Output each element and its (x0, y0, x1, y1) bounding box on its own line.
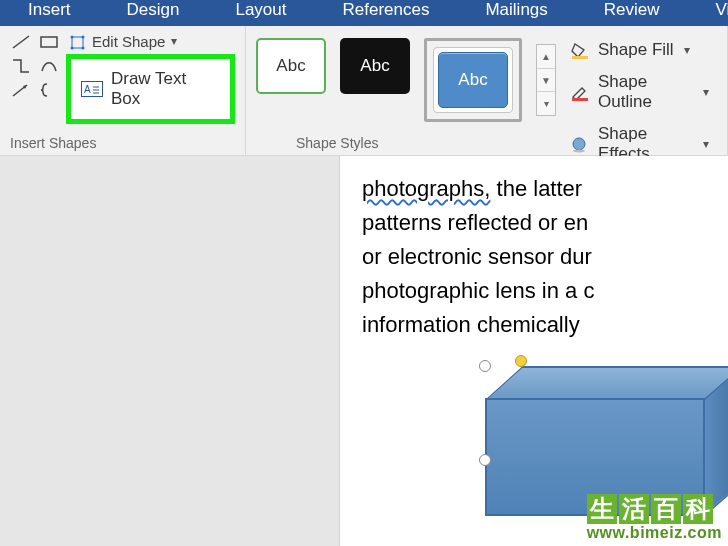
gallery-scroll-up-icon[interactable]: ▲ (537, 45, 555, 69)
tab-review[interactable]: Review (596, 0, 668, 22)
shape-line-icon[interactable] (10, 32, 32, 52)
gallery-scroll-down-icon[interactable]: ▼ (537, 69, 555, 93)
edit-shape-icon (70, 32, 88, 50)
tab-insert[interactable]: Insert (20, 0, 79, 22)
chevron-down-icon: ▾ (703, 137, 709, 151)
svg-point-7 (71, 47, 74, 50)
ribbon: Edit Shape ▾ A Draw Text Box Insert Shap… (0, 26, 728, 156)
shape-line-arrow-icon[interactable] (10, 80, 32, 100)
shape-fill-label: Shape Fill (598, 40, 674, 60)
draw-text-box-label: Draw Text Box (111, 69, 220, 109)
chevron-down-icon: ▾ (703, 85, 709, 99)
svg-point-8 (82, 47, 85, 50)
cube-top-face (485, 366, 728, 400)
shape-outline-button[interactable]: Shape Outline ▾ (570, 72, 709, 112)
shape-fill-button[interactable]: Shape Fill ▾ (570, 40, 709, 60)
tab-design[interactable]: Design (119, 0, 188, 22)
style-swatch-dark[interactable]: Abc (340, 38, 410, 94)
shape-outline-label: Shape Outline (598, 72, 693, 112)
chevron-down-icon: ▾ (171, 34, 177, 48)
shape-fill-icon (570, 41, 590, 59)
group-insert-shapes: Edit Shape ▾ A Draw Text Box Insert Shap… (0, 26, 246, 155)
watermark-char: 活 (619, 494, 649, 524)
page-gutter (0, 156, 340, 546)
watermark-char: 科 (683, 494, 713, 524)
svg-rect-14 (572, 98, 588, 101)
text-box-icon: A (81, 81, 103, 97)
document-page[interactable]: photographs, the latter patterns reflect… (340, 156, 728, 546)
edit-shape-label: Edit Shape (92, 33, 165, 50)
style-swatch-selected-frame: Abc (424, 38, 522, 122)
watermark-char: 生 (587, 494, 617, 524)
adjust-handle[interactable] (515, 355, 527, 367)
svg-point-15 (573, 138, 585, 150)
tab-strip: Insert Design Layout References Mailings… (0, 0, 728, 26)
watermark: 生 活 百 科 www.bimeiz.com (587, 494, 722, 542)
doc-line-4: photographic lens in a c (362, 274, 728, 308)
doc-line-5: information chemically (362, 308, 728, 342)
svg-rect-13 (572, 56, 588, 59)
svg-point-5 (71, 36, 74, 39)
watermark-url: www.bimeiz.com (587, 524, 722, 542)
doc-line-2: patterns reflected or en (362, 206, 728, 240)
gallery-expand-icon[interactable]: ▾ (537, 92, 555, 115)
draw-text-box-button[interactable]: A Draw Text Box (66, 54, 235, 124)
shape-outline-icon (570, 83, 590, 101)
shape-brace-icon[interactable] (38, 80, 60, 100)
tab-layout[interactable]: Layout (227, 0, 294, 22)
svg-point-16 (573, 150, 585, 153)
tab-mailings[interactable]: Mailings (477, 0, 555, 22)
edit-shape-button[interactable]: Edit Shape ▾ (70, 32, 235, 50)
resize-handle-nw[interactable] (479, 360, 491, 372)
doc-line-1: photographs, the latter (362, 172, 728, 206)
group-shape-styles: Abc Abc Abc ▲ ▼ ▾ Shape Fill ▾ Shape Out… (246, 26, 728, 155)
shape-rect-icon[interactable] (38, 32, 60, 52)
tab-references[interactable]: References (335, 0, 438, 22)
svg-rect-4 (72, 37, 83, 48)
style-swatch-blue[interactable]: Abc (438, 52, 508, 108)
group-label-shape-styles: Shape Styles (296, 135, 379, 151)
group-label-insert-shapes: Insert Shapes (10, 135, 96, 151)
doc-line-3: or electronic sensor dur (362, 240, 728, 274)
style-swatch-outline[interactable]: Abc (256, 38, 326, 94)
chevron-down-icon: ▾ (684, 43, 690, 57)
shape-effects-icon (570, 135, 590, 153)
tab-view[interactable]: View (708, 0, 728, 22)
svg-text:A: A (84, 84, 91, 95)
svg-point-6 (82, 36, 85, 39)
document-area: photographs, the latter patterns reflect… (0, 156, 728, 546)
gallery-scroll[interactable]: ▲ ▼ ▾ (536, 44, 556, 116)
watermark-char: 百 (651, 494, 681, 524)
svg-rect-3 (41, 37, 57, 47)
shape-freeform-icon[interactable] (38, 56, 60, 76)
shape-connector-elbow-icon[interactable] (10, 56, 32, 76)
svg-line-0 (13, 36, 29, 48)
resize-handle-w[interactable] (479, 454, 491, 466)
